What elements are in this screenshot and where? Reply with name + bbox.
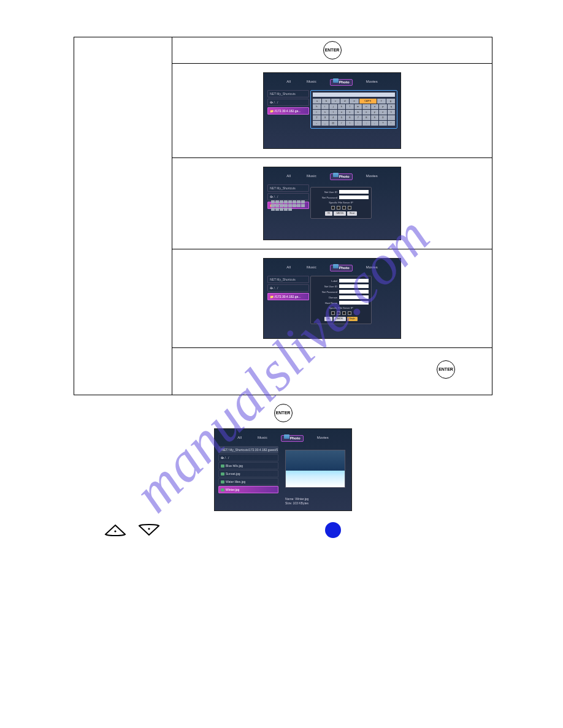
login-detail-button[interactable]: Simple (347, 317, 358, 321)
key[interactable]: 5 (338, 115, 346, 120)
key[interactable]: ? (379, 121, 387, 126)
key[interactable]: p (379, 104, 387, 109)
tab-photo[interactable]: Photo (330, 79, 353, 86)
key[interactable]: t (329, 110, 337, 115)
tab-music[interactable]: Music (304, 79, 319, 86)
login-ok-button[interactable]: OK (325, 211, 332, 216)
key[interactable]: u (338, 110, 346, 115)
key[interactable]: 9 (371, 115, 379, 120)
tab-photo[interactable]: Photo (281, 435, 304, 442)
tab-movies[interactable]: Movies (364, 79, 380, 86)
key[interactable]: / (338, 121, 346, 126)
key-g[interactable]: g (386, 99, 395, 104)
login-domain-field[interactable] (339, 295, 369, 299)
file-item[interactable]: Sunset.jpg (218, 470, 278, 477)
sidebar-up[interactable]: ⮉ / . / (267, 99, 309, 106)
ip-octet-3[interactable] (342, 206, 346, 210)
login-label-field[interactable] (339, 279, 369, 282)
sidebar-item-ip[interactable]: 📁 //172.30.4.182.ga... (267, 293, 309, 300)
key[interactable]: 8 (362, 115, 370, 120)
key[interactable]: o (371, 104, 379, 109)
key[interactable]: m (354, 104, 362, 109)
key-d[interactable]: d (340, 99, 349, 104)
tab-music[interactable]: Music (304, 265, 319, 271)
keyboard-input-field[interactable] (313, 93, 395, 97)
key[interactable]: v (346, 110, 354, 115)
key[interactable]: 2 (313, 115, 321, 120)
key-a[interactable]: a (313, 99, 321, 104)
key-b[interactable]: b (322, 99, 331, 104)
login-cancel-button[interactable]: CANCEL (334, 211, 346, 216)
file-item[interactable]: Water lilies.jpg (218, 478, 278, 485)
key[interactable]: @ (329, 121, 337, 126)
login-password-field[interactable] (339, 195, 369, 199)
key[interactable]: n (362, 104, 370, 109)
key-c[interactable]: c (331, 99, 340, 104)
key[interactable]: : (354, 121, 362, 126)
key[interactable]: i (321, 104, 329, 109)
key[interactable]: x (362, 110, 370, 115)
login-password-field[interactable] (339, 290, 369, 294)
file-up[interactable]: ⮉ / . / (218, 454, 278, 461)
login-reset-button[interactable]: Reset (347, 211, 357, 216)
ip-octet-1[interactable] (331, 311, 335, 315)
key[interactable]: s (321, 110, 329, 115)
file-item-selected[interactable]: Winter.jpg (218, 486, 278, 493)
tab-movies[interactable]: Movies (315, 435, 331, 442)
ip-octet-4[interactable] (348, 311, 351, 315)
key[interactable]: 4 (329, 115, 337, 120)
sidebar-up[interactable]: ⮉ / . / (267, 193, 309, 200)
tab-movies[interactable]: Movies (364, 265, 380, 271)
key[interactable]: 1 (388, 110, 396, 115)
sidebar-item-ip[interactable]: 📁 //172.30.4.182.ga... (267, 107, 309, 115)
photo-folder-icon (333, 173, 339, 177)
tab-movies[interactable]: Movies (364, 173, 380, 180)
file-item[interactable]: Blue hills.jpg (218, 462, 278, 469)
tab-all[interactable]: All (284, 79, 293, 86)
key[interactable]: - (313, 121, 321, 126)
key[interactable]: q (388, 104, 396, 109)
screenshot-login-simple: All Music Photo Movies NET My_Shortcuts … (263, 167, 401, 240)
ip-octet-3[interactable] (342, 311, 346, 315)
key[interactable]: l (346, 104, 354, 109)
key[interactable]: _ (321, 121, 329, 126)
login-cancel-button[interactable]: CANCEL (334, 317, 346, 321)
key[interactable]: z (379, 110, 387, 115)
login-ok-button[interactable]: OK (324, 317, 332, 321)
login-userid-field[interactable] (339, 284, 369, 288)
key-caps[interactable]: CAPS (359, 99, 377, 104)
key[interactable]: ! (388, 121, 396, 126)
ip-octet-2[interactable] (337, 206, 340, 210)
key[interactable]: . (388, 115, 396, 120)
key[interactable]: h (313, 104, 321, 109)
tab-photo[interactable]: Photo (330, 265, 353, 271)
key[interactable]: ; (362, 121, 370, 126)
tab-bar: All Music Photo Movies (215, 435, 351, 442)
ip-octet-2[interactable] (337, 311, 340, 315)
sidebar-up[interactable]: ⮉ / . / (267, 284, 309, 292)
key[interactable]: \ (346, 121, 354, 126)
key[interactable]: 3 (321, 115, 329, 120)
tab-all[interactable]: All (284, 265, 293, 271)
key[interactable]: y (371, 110, 379, 115)
key[interactable]: 6 (346, 115, 354, 120)
key[interactable]: , (371, 121, 379, 126)
tab-music[interactable]: Music (304, 173, 319, 180)
key[interactable]: j (329, 104, 337, 109)
key[interactable]: k (338, 104, 346, 109)
key-e[interactable]: e (350, 99, 358, 104)
tab-music[interactable]: Music (255, 435, 270, 442)
login-hostname-field[interactable] (339, 301, 369, 305)
key[interactable]: r (313, 110, 321, 115)
key[interactable]: w (354, 110, 362, 115)
ip-octet-1[interactable] (331, 206, 335, 210)
tab-all[interactable]: All (284, 173, 293, 180)
key[interactable]: 0 (379, 115, 387, 120)
login-userid-field[interactable] (339, 190, 369, 194)
onscreen-keyboard[interactable]: abcdeCAPSfg hijklmnopq rstuvwxyz1 234567… (310, 90, 397, 129)
tab-all[interactable]: All (235, 435, 244, 442)
key-f[interactable]: f (377, 99, 386, 104)
ip-octet-4[interactable] (348, 206, 351, 210)
key[interactable]: 7 (354, 115, 362, 120)
tab-photo[interactable]: Photo (330, 173, 353, 180)
